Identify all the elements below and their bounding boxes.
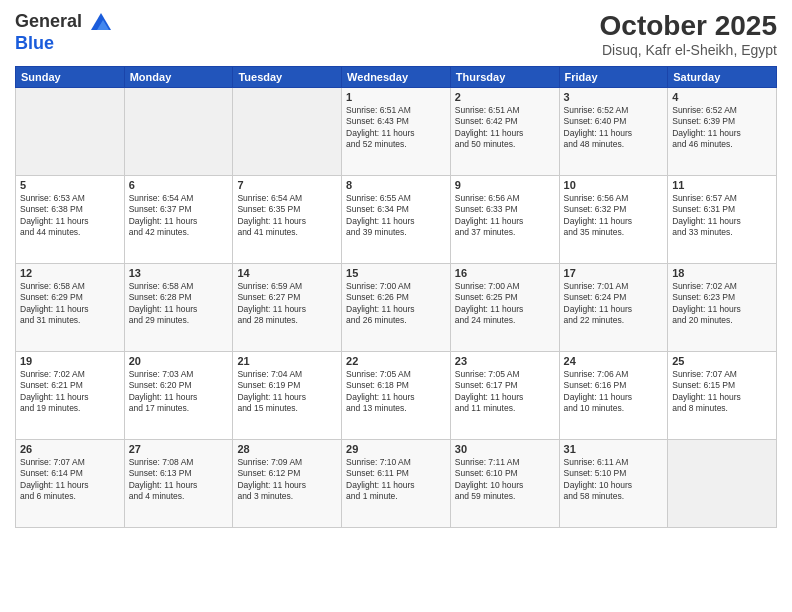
day-number: 10 [564, 179, 664, 191]
cell-content: Sunrise: 6:58 AMSunset: 6:28 PMDaylight:… [129, 281, 229, 327]
cell-content: Sunrise: 7:03 AMSunset: 6:20 PMDaylight:… [129, 369, 229, 415]
day-number: 19 [20, 355, 120, 367]
cell-content: Sunrise: 7:07 AMSunset: 6:14 PMDaylight:… [20, 457, 120, 503]
cell-content: Sunrise: 6:56 AMSunset: 6:33 PMDaylight:… [455, 193, 555, 239]
day-number: 21 [237, 355, 337, 367]
location: Disuq, Kafr el-Sheikh, Egypt [600, 42, 777, 58]
calendar-cell [124, 88, 233, 176]
calendar-cell: 12Sunrise: 6:58 AMSunset: 6:29 PMDayligh… [16, 264, 125, 352]
day-number: 22 [346, 355, 446, 367]
calendar-cell [16, 88, 125, 176]
calendar-cell: 8Sunrise: 6:55 AMSunset: 6:34 PMDaylight… [342, 176, 451, 264]
day-number: 17 [564, 267, 664, 279]
calendar-cell: 2Sunrise: 6:51 AMSunset: 6:42 PMDaylight… [450, 88, 559, 176]
weekday-header-saturday: Saturday [668, 67, 777, 88]
calendar-cell: 17Sunrise: 7:01 AMSunset: 6:24 PMDayligh… [559, 264, 668, 352]
day-number: 4 [672, 91, 772, 103]
calendar-cell: 26Sunrise: 7:07 AMSunset: 6:14 PMDayligh… [16, 440, 125, 528]
calendar-cell: 28Sunrise: 7:09 AMSunset: 6:12 PMDayligh… [233, 440, 342, 528]
calendar-cell: 31Sunrise: 6:11 AMSunset: 5:10 PMDayligh… [559, 440, 668, 528]
logo-blue: Blue [15, 33, 54, 53]
calendar-cell: 3Sunrise: 6:52 AMSunset: 6:40 PMDaylight… [559, 88, 668, 176]
cell-content: Sunrise: 7:04 AMSunset: 6:19 PMDaylight:… [237, 369, 337, 415]
weekday-header-friday: Friday [559, 67, 668, 88]
cell-content: Sunrise: 6:54 AMSunset: 6:35 PMDaylight:… [237, 193, 337, 239]
calendar-cell: 10Sunrise: 6:56 AMSunset: 6:32 PMDayligh… [559, 176, 668, 264]
calendar-cell: 27Sunrise: 7:08 AMSunset: 6:13 PMDayligh… [124, 440, 233, 528]
calendar-table: SundayMondayTuesdayWednesdayThursdayFrid… [15, 66, 777, 528]
cell-content: Sunrise: 7:00 AMSunset: 6:25 PMDaylight:… [455, 281, 555, 327]
day-number: 13 [129, 267, 229, 279]
day-number: 28 [237, 443, 337, 455]
day-number: 30 [455, 443, 555, 455]
day-number: 26 [20, 443, 120, 455]
day-number: 5 [20, 179, 120, 191]
cell-content: Sunrise: 6:55 AMSunset: 6:34 PMDaylight:… [346, 193, 446, 239]
day-number: 20 [129, 355, 229, 367]
cell-content: Sunrise: 6:53 AMSunset: 6:38 PMDaylight:… [20, 193, 120, 239]
logo-general: General [15, 10, 113, 34]
calendar-cell: 30Sunrise: 7:11 AMSunset: 6:10 PMDayligh… [450, 440, 559, 528]
cell-content: Sunrise: 6:52 AMSunset: 6:40 PMDaylight:… [564, 105, 664, 151]
cell-content: Sunrise: 7:09 AMSunset: 6:12 PMDaylight:… [237, 457, 337, 503]
weekday-header-tuesday: Tuesday [233, 67, 342, 88]
weekday-header-monday: Monday [124, 67, 233, 88]
cell-content: Sunrise: 6:51 AMSunset: 6:43 PMDaylight:… [346, 105, 446, 151]
logo: General Blue [15, 10, 113, 54]
day-number: 24 [564, 355, 664, 367]
calendar-cell: 11Sunrise: 6:57 AMSunset: 6:31 PMDayligh… [668, 176, 777, 264]
calendar-cell [668, 440, 777, 528]
cell-content: Sunrise: 7:10 AMSunset: 6:11 PMDaylight:… [346, 457, 446, 503]
day-number: 18 [672, 267, 772, 279]
calendar-cell: 19Sunrise: 7:02 AMSunset: 6:21 PMDayligh… [16, 352, 125, 440]
day-number: 7 [237, 179, 337, 191]
calendar-cell: 20Sunrise: 7:03 AMSunset: 6:20 PMDayligh… [124, 352, 233, 440]
day-number: 12 [20, 267, 120, 279]
cell-content: Sunrise: 7:02 AMSunset: 6:23 PMDaylight:… [672, 281, 772, 327]
cell-content: Sunrise: 7:00 AMSunset: 6:26 PMDaylight:… [346, 281, 446, 327]
cell-content: Sunrise: 7:08 AMSunset: 6:13 PMDaylight:… [129, 457, 229, 503]
calendar-cell: 13Sunrise: 6:58 AMSunset: 6:28 PMDayligh… [124, 264, 233, 352]
cell-content: Sunrise: 6:11 AMSunset: 5:10 PMDaylight:… [564, 457, 664, 503]
day-number: 25 [672, 355, 772, 367]
day-number: 11 [672, 179, 772, 191]
day-number: 16 [455, 267, 555, 279]
day-number: 3 [564, 91, 664, 103]
header: General Blue October 2025 Disuq, Kafr el… [15, 10, 777, 58]
cell-content: Sunrise: 6:56 AMSunset: 6:32 PMDaylight:… [564, 193, 664, 239]
day-number: 27 [129, 443, 229, 455]
calendar-cell: 6Sunrise: 6:54 AMSunset: 6:37 PMDaylight… [124, 176, 233, 264]
calendar-cell: 21Sunrise: 7:04 AMSunset: 6:19 PMDayligh… [233, 352, 342, 440]
title-block: October 2025 Disuq, Kafr el-Sheikh, Egyp… [600, 10, 777, 58]
cell-content: Sunrise: 7:05 AMSunset: 6:17 PMDaylight:… [455, 369, 555, 415]
weekday-header-sunday: Sunday [16, 67, 125, 88]
day-number: 2 [455, 91, 555, 103]
cell-content: Sunrise: 6:52 AMSunset: 6:39 PMDaylight:… [672, 105, 772, 151]
cell-content: Sunrise: 7:07 AMSunset: 6:15 PMDaylight:… [672, 369, 772, 415]
calendar-cell: 18Sunrise: 7:02 AMSunset: 6:23 PMDayligh… [668, 264, 777, 352]
day-number: 9 [455, 179, 555, 191]
calendar-cell: 24Sunrise: 7:06 AMSunset: 6:16 PMDayligh… [559, 352, 668, 440]
day-number: 6 [129, 179, 229, 191]
cell-content: Sunrise: 7:06 AMSunset: 6:16 PMDaylight:… [564, 369, 664, 415]
calendar-cell: 1Sunrise: 6:51 AMSunset: 6:43 PMDaylight… [342, 88, 451, 176]
cell-content: Sunrise: 6:54 AMSunset: 6:37 PMDaylight:… [129, 193, 229, 239]
cell-content: Sunrise: 7:05 AMSunset: 6:18 PMDaylight:… [346, 369, 446, 415]
day-number: 8 [346, 179, 446, 191]
calendar-cell: 7Sunrise: 6:54 AMSunset: 6:35 PMDaylight… [233, 176, 342, 264]
weekday-header-wednesday: Wednesday [342, 67, 451, 88]
page: General Blue October 2025 Disuq, Kafr el… [0, 0, 792, 612]
weekday-header-thursday: Thursday [450, 67, 559, 88]
day-number: 31 [564, 443, 664, 455]
calendar-cell: 4Sunrise: 6:52 AMSunset: 6:39 PMDaylight… [668, 88, 777, 176]
cell-content: Sunrise: 6:51 AMSunset: 6:42 PMDaylight:… [455, 105, 555, 151]
calendar-cell: 16Sunrise: 7:00 AMSunset: 6:25 PMDayligh… [450, 264, 559, 352]
day-number: 14 [237, 267, 337, 279]
calendar-cell: 29Sunrise: 7:10 AMSunset: 6:11 PMDayligh… [342, 440, 451, 528]
calendar-cell: 23Sunrise: 7:05 AMSunset: 6:17 PMDayligh… [450, 352, 559, 440]
day-number: 1 [346, 91, 446, 103]
calendar-cell: 9Sunrise: 6:56 AMSunset: 6:33 PMDaylight… [450, 176, 559, 264]
logo-icon [89, 10, 113, 34]
calendar-cell: 25Sunrise: 7:07 AMSunset: 6:15 PMDayligh… [668, 352, 777, 440]
cell-content: Sunrise: 7:02 AMSunset: 6:21 PMDaylight:… [20, 369, 120, 415]
